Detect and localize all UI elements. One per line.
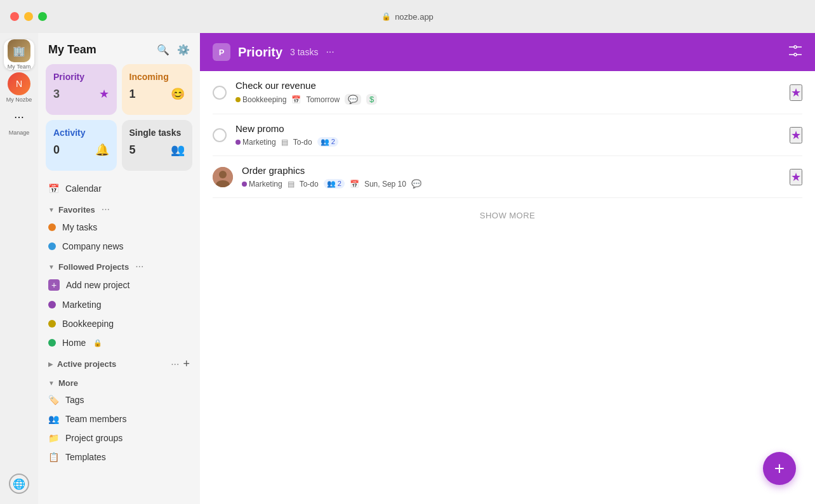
tile-single-icon: 👥 xyxy=(171,143,185,157)
company-news-label: Company news xyxy=(62,241,124,251)
task-3-avatar-image xyxy=(213,167,233,187)
titlebar: 🔒 nozbe.app xyxy=(0,0,815,33)
favorites-expand-icon: ▼ xyxy=(48,206,55,213)
tile-single-tasks[interactable]: Single tasks 5 👥 xyxy=(122,120,193,171)
task-2-checkbox[interactable] xyxy=(213,128,227,142)
tile-single-label: Single tasks xyxy=(129,128,185,138)
task-2-star-button[interactable]: ★ xyxy=(790,127,802,143)
svg-point-1 xyxy=(794,53,797,56)
my-team-avatar: 🏢 xyxy=(8,39,30,62)
icon-nav: 🏢 My Team N My Nozbe ⋯ Manage 🌐 xyxy=(0,33,38,504)
my-tasks-label: My tasks xyxy=(62,222,97,232)
add-new-project[interactable]: + Add new project xyxy=(38,275,200,295)
tile-grid: Priority 3 ★ Incoming 1 😊 Activity 0 🔔 xyxy=(38,64,200,178)
close-button[interactable] xyxy=(10,12,19,21)
active-projects-more-button[interactable]: ··· xyxy=(171,359,179,370)
tile-priority-icon: ★ xyxy=(99,87,109,101)
task-3-chat-icon: 💬 xyxy=(411,179,421,189)
favorites-more-button[interactable]: ··· xyxy=(102,204,110,215)
sidebar-item-marketing[interactable]: Marketing xyxy=(38,295,200,314)
minimize-button[interactable] xyxy=(24,12,33,21)
task-1-meta: Bookkeeping 📅 Tomorrow 💬 $ xyxy=(235,94,781,105)
fab-button[interactable]: + xyxy=(763,452,796,485)
task-2-status-icon: ▤ xyxy=(281,138,288,147)
active-projects-header[interactable]: ▶ Active projects ··· + xyxy=(38,352,200,373)
tile-incoming-icon: 😊 xyxy=(171,87,185,101)
sidebar-item-project-groups[interactable]: 📁 Project groups xyxy=(38,428,200,448)
task-1-title: Check our revenue xyxy=(235,80,781,91)
priority-icon-letter: P xyxy=(219,48,225,57)
nav-my-team[interactable]: 🏢 My Team xyxy=(4,39,34,70)
project-groups-icon: 📁 xyxy=(48,433,59,443)
task-3-meta: Marketing ▤ To-do 👥 2 📅 Sun, Sep 10 💬 xyxy=(242,179,781,189)
tile-activity-bottom: 0 🔔 xyxy=(53,143,109,157)
settings-button[interactable]: ⚙️ xyxy=(177,44,190,56)
bookkeeping-label: Bookkeeping xyxy=(62,319,114,329)
sidebar-item-bookkeeping[interactable]: Bookkeeping xyxy=(38,314,200,333)
tile-single-count: 5 xyxy=(129,143,136,157)
tile-incoming[interactable]: Incoming 1 😊 xyxy=(122,64,193,115)
task-1-checkbox[interactable] xyxy=(213,86,227,100)
favorites-title: Favorites xyxy=(58,205,95,215)
more-section-header[interactable]: ▼ More xyxy=(38,373,200,390)
templates-label: Templates xyxy=(65,452,106,462)
task-1-star-button[interactable]: ★ xyxy=(790,84,802,101)
tags-icon: 🏷️ xyxy=(48,395,59,405)
sidebar-item-company-news[interactable]: Company news xyxy=(38,237,200,256)
traffic-lights xyxy=(10,12,47,21)
sidebar-header-icons: 🔍 ⚙️ xyxy=(157,44,190,56)
tile-activity[interactable]: Activity 0 🔔 xyxy=(46,120,117,171)
task-1-due: Tomorrow xyxy=(306,95,340,104)
task-3-project-dot xyxy=(242,182,247,187)
task-3-content: Order graphics Marketing ▤ To-do 👥 2 📅 S… xyxy=(242,165,781,189)
main-header-more-button[interactable]: ··· xyxy=(326,46,334,58)
nav-my-nozbe[interactable]: N My Nozbe xyxy=(4,72,34,103)
followed-projects-more-button[interactable]: ··· xyxy=(135,261,143,272)
task-row: Order graphics Marketing ▤ To-do 👥 2 📅 S… xyxy=(213,156,802,198)
followed-projects-header[interactable]: ▼ Followed Projects ··· xyxy=(38,256,200,275)
sidebar-item-tags[interactable]: 🏷️ Tags xyxy=(38,390,200,409)
filter-button[interactable] xyxy=(788,44,802,61)
main-header-title: Priority xyxy=(238,45,282,60)
marketing-label: Marketing xyxy=(62,300,101,310)
svg-point-7 xyxy=(219,171,227,178)
calendar-label: Calendar xyxy=(65,183,102,194)
sidebar-item-home[interactable]: Home 🔒 xyxy=(38,333,200,352)
marketing-dot xyxy=(48,301,56,308)
maximize-button[interactable] xyxy=(38,12,47,21)
sidebar-item-templates[interactable]: 📋 Templates xyxy=(38,448,200,467)
nav-manage[interactable]: ⋯ Manage xyxy=(4,105,34,136)
active-projects-add-button[interactable]: + xyxy=(183,357,190,371)
fab-icon: + xyxy=(774,458,785,479)
task-1-calendar-icon: 📅 xyxy=(291,95,301,104)
active-projects-title: Active projects xyxy=(57,359,164,369)
sidebar-calendar[interactable]: 📅 Calendar xyxy=(38,178,200,199)
task-1-project: Bookkeeping xyxy=(235,95,286,104)
show-more[interactable]: SHOW MORE xyxy=(213,198,802,233)
tile-priority[interactable]: Priority 3 ★ xyxy=(46,64,117,115)
main-header-icon: P xyxy=(213,43,230,61)
project-groups-label: Project groups xyxy=(65,433,123,443)
sidebar-item-team-members[interactable]: 👥 Team members xyxy=(38,409,200,428)
task-3-count-badge: 👥 2 xyxy=(324,179,345,189)
filter-icon xyxy=(788,44,802,58)
nav-globe[interactable]: 🌐 xyxy=(4,468,34,499)
favorites-section-header[interactable]: ▼ Favorites ··· xyxy=(38,199,200,218)
task-2-project-dot xyxy=(235,140,241,145)
followed-projects-title: Followed Projects xyxy=(58,262,129,272)
my-nozbe-label: My Nozbe xyxy=(6,96,32,103)
task-3-status: To-do xyxy=(300,180,319,189)
task-2-content: New promo Marketing ▤ To-do 👥 2 xyxy=(235,123,781,147)
tile-incoming-label: Incoming xyxy=(129,72,185,82)
tile-priority-count: 3 xyxy=(53,88,60,101)
more-title: More xyxy=(58,378,78,388)
url-text: nozbe.app xyxy=(395,12,434,22)
tile-single-bottom: 5 👥 xyxy=(129,143,185,157)
task-3-star-button[interactable]: ★ xyxy=(790,169,802,185)
svg-point-0 xyxy=(794,46,797,48)
search-button[interactable]: 🔍 xyxy=(157,44,169,56)
sidebar-item-my-tasks[interactable]: My tasks xyxy=(38,218,200,237)
tile-priority-bottom: 3 ★ xyxy=(53,87,109,101)
tile-priority-label: Priority xyxy=(53,72,109,82)
tags-label: Tags xyxy=(65,395,84,405)
